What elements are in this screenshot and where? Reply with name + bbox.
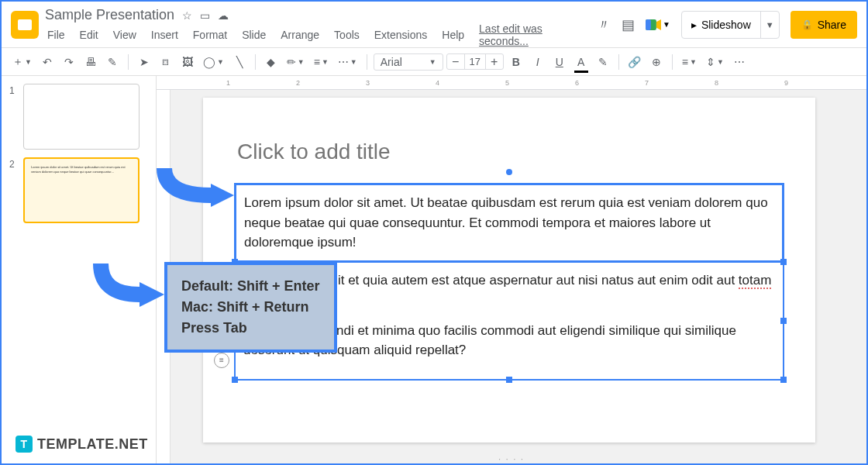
border-weight-button[interactable]: ≡ ▼ bbox=[311, 56, 332, 68]
line-spacing-button[interactable]: ⇕ ▼ bbox=[703, 56, 727, 68]
separator bbox=[618, 54, 619, 70]
tip-line-3: Press Tab bbox=[181, 318, 320, 339]
font-size-dec[interactable]: − bbox=[447, 55, 464, 69]
slide-thumbnail-2[interactable]: Lorem ipsum dolor sit amet. Ut beatae qu… bbox=[23, 157, 140, 223]
thumb-num: 1 bbox=[9, 84, 19, 150]
font-size-input[interactable]: 17 bbox=[464, 54, 486, 69]
font-size-inc[interactable]: + bbox=[486, 55, 503, 69]
paint-format-button[interactable]: ✎ bbox=[103, 52, 122, 72]
toolbar: ＋ ▼ ↶ ↷ 🖶 ✎ ➤ ⧈ 🖼 ◯ ▼ ╲ ◆ ✏ ▼ ≡ ▼ ⋯ ▼ Ar… bbox=[2, 48, 866, 76]
menu-insert[interactable]: Insert bbox=[149, 27, 181, 43]
font-select[interactable]: Arial ▼ bbox=[374, 53, 443, 71]
new-slide-button[interactable]: ＋ ▼ bbox=[9, 55, 35, 69]
highlight-button[interactable]: ✎ bbox=[594, 52, 612, 72]
slideshow-dropdown[interactable]: ▼ bbox=[761, 20, 779, 29]
separator bbox=[367, 54, 367, 70]
slideshow-button[interactable]: ▸ Slideshow bbox=[682, 12, 761, 38]
thumb-row-2: 2 Lorem ipsum dolor sit amet. Ut beatae … bbox=[9, 157, 148, 223]
slide-thumbnail-1[interactable] bbox=[23, 84, 140, 150]
thumb-num: 2 bbox=[9, 157, 19, 223]
callout-arrow-icon bbox=[93, 256, 170, 310]
separator bbox=[255, 54, 256, 70]
select-tool[interactable]: ➤ bbox=[135, 52, 153, 72]
body-text-paragraph-1[interactable]: Lorem ipsum dolor sit amet. Ut beatae qu… bbox=[234, 183, 784, 263]
menu-arrange[interactable]: Arrange bbox=[278, 27, 322, 43]
undo-button[interactable]: ↶ bbox=[38, 52, 57, 72]
menu-file[interactable]: File bbox=[45, 27, 67, 43]
header-right: 〃 ▤ ▼ ▸ Slideshow ▼ 🔒 Share bbox=[597, 11, 857, 39]
insert-link-button[interactable]: 🔗 bbox=[625, 52, 644, 72]
fill-color-button[interactable]: ◆ bbox=[262, 52, 281, 72]
menu-view[interactable]: View bbox=[111, 27, 139, 43]
resize-handle[interactable] bbox=[780, 259, 787, 265]
move-folder-icon[interactable]: ▭ bbox=[200, 9, 210, 22]
resize-handle[interactable] bbox=[506, 377, 512, 383]
shape-tool[interactable]: ◯ ▼ bbox=[200, 56, 227, 68]
titlebar: Sample Presentation ☆ ▭ ☁ File Edit View… bbox=[2, 2, 866, 48]
print-button[interactable]: 🖶 bbox=[81, 52, 100, 72]
line-tool[interactable]: ╲ bbox=[230, 52, 249, 72]
cloud-icon[interactable]: ☁ bbox=[218, 9, 229, 22]
bottom-dots: · · · · bbox=[498, 455, 524, 463]
comment-icon[interactable]: ▤ bbox=[622, 16, 635, 33]
image-tool[interactable]: 🖼 bbox=[178, 52, 197, 72]
share-button[interactable]: 🔒 Share bbox=[790, 11, 857, 39]
svg-rect-1 bbox=[646, 19, 651, 30]
more-button[interactable]: ⋯ bbox=[730, 52, 749, 72]
separator bbox=[128, 54, 129, 70]
tip-line-1: Default: Shift + Enter bbox=[181, 276, 320, 297]
title-area: Sample Presentation ☆ ▭ ☁ File Edit View… bbox=[45, 5, 597, 44]
font-name: Arial bbox=[381, 56, 402, 68]
separator bbox=[672, 54, 673, 70]
slides-logo-icon[interactable] bbox=[11, 11, 39, 39]
meet-button[interactable]: ▼ bbox=[646, 12, 670, 37]
menu-help[interactable]: Help bbox=[439, 27, 467, 43]
title-placeholder[interactable]: Click to add title bbox=[234, 136, 784, 167]
watermark-icon: T bbox=[16, 436, 33, 453]
watermark: T TEMPLATE.NET bbox=[16, 436, 148, 453]
callout-arrow-icon bbox=[157, 160, 242, 207]
italic-button[interactable]: I bbox=[529, 52, 547, 72]
share-label: Share bbox=[818, 19, 846, 31]
add-comment-button[interactable]: ⊕ bbox=[647, 52, 666, 72]
menu-extensions[interactable]: Extensions bbox=[372, 27, 429, 43]
last-edit[interactable]: Last edit was seconds... bbox=[477, 21, 597, 49]
menu-tools[interactable]: Tools bbox=[332, 27, 362, 43]
tip-line-2: Mac: Shift + Return bbox=[181, 297, 320, 318]
font-size-group: − 17 + bbox=[446, 53, 504, 70]
underline-button[interactable]: U bbox=[550, 52, 569, 72]
history-icon[interactable]: 〃 bbox=[597, 16, 611, 34]
svg-marker-2 bbox=[656, 19, 661, 30]
resize-handle[interactable] bbox=[232, 377, 238, 383]
play-icon: ▸ bbox=[691, 19, 697, 31]
resize-handle[interactable] bbox=[780, 318, 787, 324]
svg-marker-3 bbox=[211, 184, 234, 207]
border-dash-button[interactable]: ⋯ ▼ bbox=[335, 56, 360, 68]
redo-button[interactable]: ↷ bbox=[60, 52, 78, 72]
slideshow-label: Slideshow bbox=[701, 19, 751, 31]
menu-edit[interactable]: Edit bbox=[78, 27, 101, 43]
menu-bar: File Edit View Insert Format Slide Arran… bbox=[45, 26, 597, 44]
bold-button[interactable]: B bbox=[507, 52, 525, 72]
text-color-button[interactable]: A bbox=[572, 52, 591, 72]
border-color-button[interactable]: ✏ ▼ bbox=[284, 56, 308, 68]
tab-indicator-icon[interactable]: ≡ bbox=[214, 353, 229, 368]
doc-title[interactable]: Sample Presentation bbox=[45, 7, 174, 23]
slideshow-group: ▸ Slideshow ▼ bbox=[681, 11, 780, 39]
align-button[interactable]: ≡ ▼ bbox=[679, 56, 700, 68]
menu-slide[interactable]: Slide bbox=[239, 27, 268, 43]
watermark-text: TEMPLATE.NET bbox=[37, 436, 148, 453]
thumb-row-1: 1 bbox=[9, 84, 148, 150]
menu-format[interactable]: Format bbox=[191, 27, 229, 43]
tip-callout: Default: Shift + Enter Mac: Shift + Retu… bbox=[164, 262, 337, 353]
rotation-handle[interactable] bbox=[506, 169, 512, 175]
resize-handle[interactable] bbox=[780, 377, 787, 383]
lock-icon: 🔒 bbox=[801, 19, 813, 30]
svg-marker-4 bbox=[140, 282, 164, 307]
star-icon[interactable]: ☆ bbox=[182, 9, 192, 22]
horizontal-ruler: 1 2 3 4 5 6 7 8 9 bbox=[157, 76, 866, 90]
textbox-tool[interactable]: ⧈ bbox=[157, 52, 175, 72]
